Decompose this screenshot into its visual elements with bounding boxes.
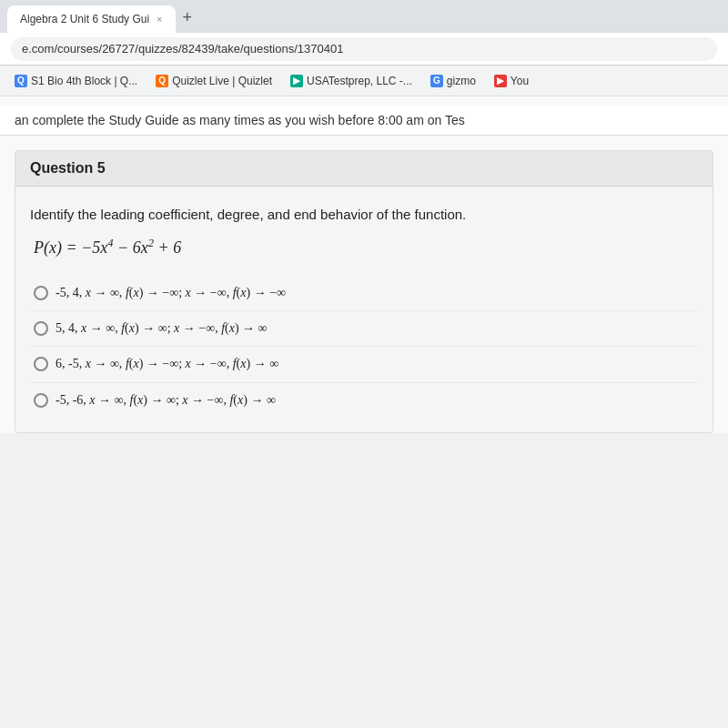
- bookmark-quizlet-icon: Q: [156, 75, 168, 87]
- bookmark-usatestprep[interactable]: ▶ USATestprep, LLC -...: [283, 72, 420, 90]
- bookmarks-bar: Q S1 Bio 4th Block | Q... Q Quizlet Live…: [0, 66, 728, 96]
- url-input[interactable]: [11, 37, 717, 61]
- bookmark-youtube[interactable]: ▶ You: [487, 72, 536, 90]
- question-card: Question 5 Identify the leading coeffici…: [15, 150, 713, 433]
- radio-1[interactable]: [34, 286, 48, 300]
- answer-text-3: 6, -5, x → ∞, f(x) → −∞; x → −∞, f(x) → …: [56, 354, 278, 374]
- function-expression: P(x) = −5x4 − 6x2 + 6: [30, 237, 698, 258]
- bookmark-usatestprep-icon: ▶: [290, 75, 303, 87]
- radio-3[interactable]: [34, 357, 48, 371]
- bookmark-gizmo-label: gizmo: [447, 75, 476, 87]
- question-header: Question 5: [15, 151, 713, 187]
- answer-option-1[interactable]: -5, 4, x → ∞, f(x) → −∞; x → −∞, f(x) → …: [30, 276, 698, 311]
- bookmark-usatestprep-label: USATestprep, LLC -...: [307, 75, 412, 87]
- bookmark-quizlet[interactable]: Q Quizlet Live | Quizlet: [148, 72, 279, 90]
- active-tab[interactable]: Algebra 2 Unit 6 Study Gui ×: [7, 5, 176, 33]
- bookmark-s1bio-icon: Q: [15, 75, 27, 87]
- new-tab-button[interactable]: +: [176, 5, 200, 31]
- answer-text-4: -5, -6, x → ∞, f(x) → ∞; x → −∞, f(x) → …: [56, 390, 276, 410]
- bookmark-youtube-label: You: [511, 75, 529, 87]
- bookmark-s1bio-label: S1 Bio 4th Block | Q...: [31, 75, 137, 87]
- bookmark-quizlet-label: Quizlet Live | Quizlet: [172, 75, 272, 87]
- address-bar: [0, 33, 728, 66]
- question-number: Question 5: [30, 160, 106, 176]
- question-body: Identify the leading coefficient, degree…: [15, 187, 713, 432]
- answer-text-2: 5, 4, x → ∞, f(x) → ∞; x → −∞, f(x) → ∞: [56, 318, 268, 339]
- bookmark-gizmo[interactable]: G gizmo: [423, 72, 483, 90]
- answer-option-2[interactable]: 5, 4, x → ∞, f(x) → ∞; x → −∞, f(x) → ∞: [30, 311, 698, 347]
- notice-bar: an complete the Study Guide as many time…: [0, 106, 728, 136]
- tab-title: Algebra 2 Unit 6 Study Gui: [20, 13, 149, 25]
- answer-text-1: -5, 4, x → ∞, f(x) → −∞; x → −∞, f(x) → …: [56, 283, 286, 303]
- page-content: an complete the Study Guide as many time…: [0, 96, 728, 433]
- tab-close-button[interactable]: ×: [157, 14, 162, 25]
- bookmark-youtube-icon: ▶: [494, 75, 507, 87]
- bookmark-gizmo-icon: G: [430, 75, 443, 87]
- radio-2[interactable]: [34, 321, 48, 336]
- radio-4[interactable]: [34, 393, 48, 408]
- question-text: Identify the leading coefficient, degree…: [30, 205, 698, 226]
- tab-bar: Algebra 2 Unit 6 Study Gui × +: [0, 0, 728, 33]
- notice-text: an complete the Study Guide as many time…: [15, 113, 465, 127]
- answer-option-3[interactable]: 6, -5, x → ∞, f(x) → −∞; x → −∞, f(x) → …: [30, 347, 698, 382]
- bookmark-s1bio[interactable]: Q S1 Bio 4th Block | Q...: [7, 72, 145, 90]
- answer-option-4[interactable]: -5, -6, x → ∞, f(x) → ∞; x → −∞, f(x) → …: [30, 383, 698, 418]
